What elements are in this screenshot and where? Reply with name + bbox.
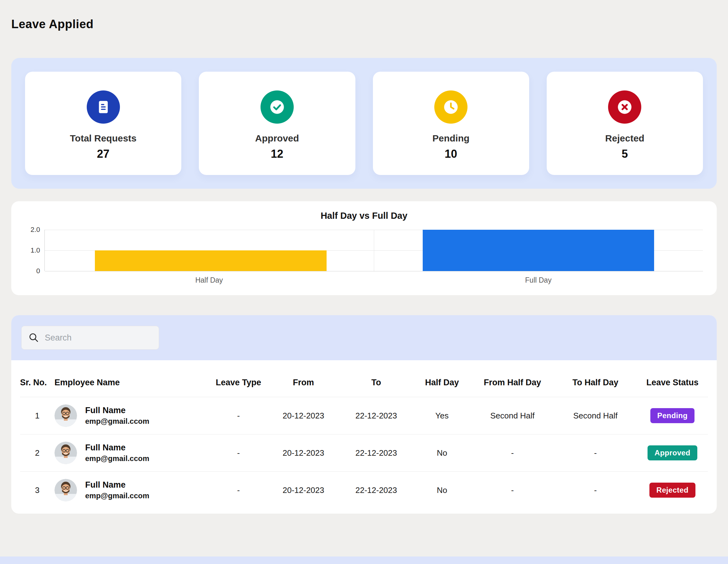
sr-no: 2	[20, 448, 54, 458]
employee-cell: Full Name emp@gmail.ccom	[54, 400, 209, 431]
clock-icon	[434, 91, 467, 124]
col-header-from: From	[267, 378, 339, 387]
from-half-day: -	[471, 448, 554, 458]
stat-card-rejected: Rejected 5	[547, 72, 703, 175]
bar-full-day	[423, 230, 654, 271]
stat-value: 12	[271, 148, 283, 161]
col-header-sr-no: Sr. No.	[20, 378, 54, 387]
col-header-leave-status: Leave Status	[637, 378, 708, 387]
to-half-day: Second Half	[554, 411, 637, 421]
employee-email: emp@gmail.ccom	[85, 417, 149, 426]
table-row[interactable]: 3 Full Name emp@gmail.ccom - 20-12-2023 …	[20, 471, 708, 509]
half-day: Yes	[413, 411, 471, 421]
half-day-vs-full-day-chart: Half Day vs Full Day 2.0 1.0 0 Half Day …	[11, 201, 717, 295]
bar-half-day	[95, 251, 327, 271]
leave-status-cell: Pending	[637, 408, 708, 423]
to-date: 22-12-2023	[339, 448, 413, 458]
stat-value: 5	[622, 148, 628, 161]
gridline-vertical	[374, 230, 374, 271]
avatar	[54, 404, 77, 427]
leave-table: Sr. No. Employee Name Leave Type From To…	[11, 360, 717, 514]
col-header-to-half-day: To Half Day	[554, 378, 637, 387]
status-badge: Rejected	[649, 483, 695, 498]
to-date: 22-12-2023	[339, 411, 413, 421]
to-half-day: -	[554, 448, 637, 458]
stat-card-approved: Approved 12	[199, 72, 355, 175]
y-tick: 2.0	[30, 226, 40, 234]
leave-type: -	[209, 485, 267, 495]
next-section-strip	[0, 556, 728, 564]
employee-cell: Full Name emp@gmail.ccom	[54, 437, 209, 468]
y-axis: 2.0 1.0 0	[25, 230, 44, 271]
stats-section: Total Requests 27 Approved 12 Pending 10…	[11, 58, 717, 189]
from-date: 20-12-2023	[267, 411, 339, 421]
leave-type: -	[209, 448, 267, 458]
col-header-half-day: Half Day	[413, 378, 471, 387]
leave-table-card: Sr. No. Employee Name Leave Type From To…	[11, 315, 717, 514]
leave-status-cell: Approved	[637, 445, 708, 460]
stat-value: 10	[445, 148, 457, 161]
plot	[44, 230, 703, 271]
chart-plot-area: 2.0 1.0 0	[25, 230, 703, 271]
search-box[interactable]	[21, 326, 159, 349]
stat-label: Pending	[432, 133, 469, 144]
employee-email: emp@gmail.ccom	[85, 491, 149, 500]
employee-name: Full Name	[85, 443, 149, 453]
table-header-row: Sr. No. Employee Name Leave Type From To…	[20, 365, 708, 397]
employee-name: Full Name	[85, 480, 149, 490]
from-half-day: -	[471, 485, 554, 495]
y-tick: 0	[36, 267, 40, 275]
x-label-half-day: Half Day	[44, 276, 374, 284]
from-date: 20-12-2023	[267, 485, 339, 495]
avatar	[54, 479, 77, 501]
x-axis: Half Day Full Day	[44, 276, 703, 284]
x-axis-line	[45, 271, 703, 272]
table-row[interactable]: 2 Full Name emp@gmail.ccom - 20-12-2023 …	[20, 434, 708, 471]
status-badge: Approved	[648, 445, 697, 460]
search-input[interactable]	[45, 333, 156, 343]
table-toolbar	[11, 315, 717, 360]
half-day: No	[413, 485, 471, 495]
col-header-leave-type: Leave Type	[209, 378, 267, 387]
stat-card-pending: Pending 10	[373, 72, 529, 175]
stat-label: Total Requests	[70, 133, 137, 144]
document-icon	[87, 91, 120, 124]
stat-card-total-requests: Total Requests 27	[25, 72, 181, 175]
to-half-day: -	[554, 485, 637, 495]
half-day: No	[413, 448, 471, 458]
leave-applied-page: Leave Applied Total Requests 27 Approved…	[0, 0, 728, 514]
stat-label: Rejected	[605, 133, 644, 144]
avatar	[54, 442, 77, 464]
employee-email: emp@gmail.ccom	[85, 454, 149, 463]
chart-title: Half Day vs Full Day	[25, 211, 703, 221]
table-row[interactable]: 1 Full Name emp@gmail.ccom - 20-12-2023 …	[20, 397, 708, 434]
from-half-day: Second Half	[471, 411, 554, 421]
col-header-from-half-day: From Half Day	[471, 378, 554, 387]
leave-status-cell: Rejected	[637, 483, 708, 498]
col-header-employee-name: Employee Name	[54, 378, 209, 387]
stat-value: 27	[97, 148, 110, 161]
sr-no: 3	[20, 485, 54, 495]
check-circle-icon	[261, 91, 294, 124]
col-header-to: To	[339, 378, 413, 387]
from-date: 20-12-2023	[267, 448, 339, 458]
y-tick: 1.0	[30, 246, 40, 255]
employee-cell: Full Name emp@gmail.ccom	[54, 474, 209, 506]
page-title: Leave Applied	[11, 18, 717, 31]
status-badge: Pending	[650, 408, 694, 423]
employee-name: Full Name	[85, 406, 149, 415]
cross-circle-icon	[608, 91, 641, 124]
leave-type: -	[209, 411, 267, 421]
x-label-full-day: Full Day	[374, 276, 703, 284]
sr-no: 1	[20, 411, 54, 421]
search-icon	[28, 332, 39, 343]
stat-label: Approved	[255, 133, 299, 144]
to-date: 22-12-2023	[339, 485, 413, 495]
